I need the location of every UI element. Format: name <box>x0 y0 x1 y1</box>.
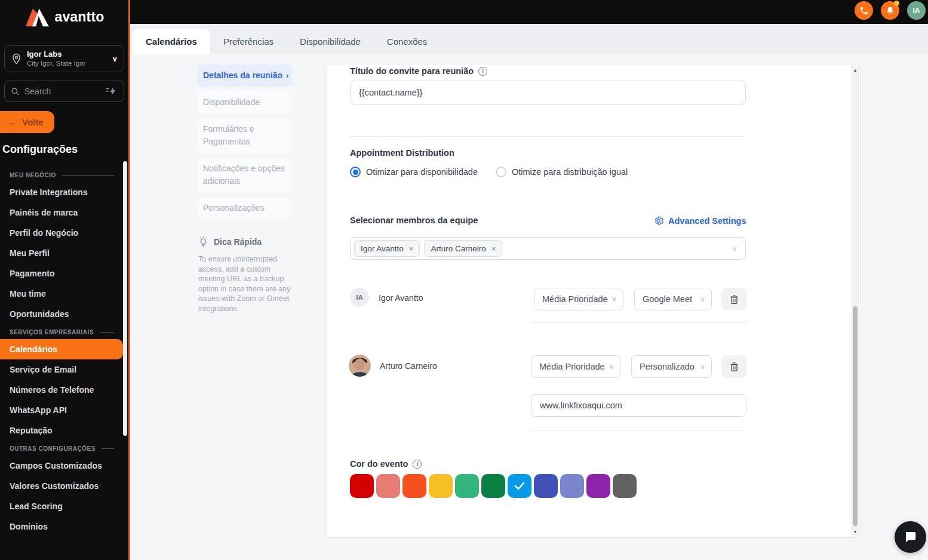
advanced-settings-link[interactable]: Advanced Settings <box>654 216 746 226</box>
distribution-label: Appointment Distribution <box>350 148 454 158</box>
chip-remove-icon[interactable]: × <box>491 244 496 253</box>
chevron-down-icon: ∨ <box>700 295 705 303</box>
check-icon <box>514 482 525 490</box>
member-avatar-photo <box>349 355 371 377</box>
phone-button[interactable] <box>855 1 873 20</box>
color-swatch[interactable] <box>613 474 637 498</box>
location-pin-icon <box>11 53 22 64</box>
sidebar-item-lead-scoring[interactable]: Lead Scoring <box>0 496 128 516</box>
members-multiselect[interactable]: Igor Avantto × Arturo Carneiro × ∨ <box>350 237 746 260</box>
back-arrow-icon: ← <box>8 117 18 128</box>
event-color-label: Cor do evento i <box>350 459 422 469</box>
subnav-item-detalhes-da-reuniao[interactable]: Detalhes da reunião › <box>197 64 292 87</box>
quick-actions-icon[interactable] <box>105 86 118 97</box>
color-swatch[interactable] <box>586 474 610 498</box>
sidebar-item-dominios[interactable]: Dominios <box>0 516 128 537</box>
delete-member-button-arturo[interactable] <box>721 355 746 378</box>
select-value: Google Meet <box>643 294 692 304</box>
scroll-down-icon[interactable]: ▼ <box>851 530 859 534</box>
meeting-location-select-igor[interactable]: Google Meet ∨ <box>634 288 712 310</box>
subnav-item-formularios-e-pagamentos[interactable]: Formulários e Pagamentos <box>197 118 292 153</box>
sidebar-item-perfil-do-negocio[interactable]: Perfil do Negócio <box>0 223 128 243</box>
meeting-location-select-arturo[interactable]: Personalizado ∨ <box>631 355 712 378</box>
color-swatch[interactable] <box>481 474 505 498</box>
member-chip-igor[interactable]: Igor Avantto × <box>354 240 420 257</box>
radio-label: Otimizar para disponibilidade <box>366 167 478 177</box>
tab-conexoes[interactable]: Conexões <box>374 29 441 54</box>
delete-member-button-igor[interactable] <box>721 288 746 310</box>
info-icon[interactable]: i <box>413 460 422 469</box>
section-rule <box>62 175 114 176</box>
scroll-up-icon[interactable]: ▲ <box>851 68 859 72</box>
sidebar-nav: MEU NEGÓCIO Private Integrations Painéis… <box>0 167 128 537</box>
event-color-palette <box>350 474 637 498</box>
subnav-item-personalizacoes[interactable]: Personalizações <box>197 197 292 219</box>
color-swatch[interactable] <box>429 474 453 498</box>
search-input[interactable] <box>24 87 96 96</box>
section-servicos-empresariais: SERVIÇOS EMPRESARIAIS <box>0 324 128 339</box>
sidebar-item-numeros-de-telefone[interactable]: Números de Telefone <box>0 380 128 400</box>
user-avatar[interactable]: IA <box>907 1 926 20</box>
tip-title: Dica Rápida <box>214 237 262 247</box>
custom-meeting-url-input[interactable] <box>531 394 746 417</box>
members-label: Selecionar membros da equipe <box>350 216 478 225</box>
radio-distribuicao-igual[interactable]: Otimize para distribuição igual <box>496 167 628 177</box>
notifications-button[interactable] <box>881 1 899 20</box>
tab-calendarios[interactable]: Calendários <box>133 29 210 54</box>
invite-title-label: Título do convite para reunião i <box>350 66 487 76</box>
color-swatch[interactable] <box>455 474 479 498</box>
sidebar-item-oportunidades[interactable]: Oportunidades <box>0 304 128 324</box>
section-meu-negocio: MEU NEGÓCIO <box>0 167 128 182</box>
location-detail: City Igor, State Igor <box>27 59 85 67</box>
sidebar-item-whatsapp-api[interactable]: WhatsApp API <box>0 400 128 420</box>
sidebar-item-servico-de-email[interactable]: Serviço de Email <box>0 359 128 380</box>
priority-select-igor[interactable]: Média Prioridade ∨ <box>534 288 623 310</box>
sidebar-item-meu-time[interactable]: Meu time <box>0 284 128 304</box>
color-swatch[interactable] <box>350 474 374 498</box>
color-swatch[interactable] <box>402 474 426 498</box>
back-button[interactable]: ← Volte <box>0 111 54 133</box>
sidebar-item-private-integrations[interactable]: Private Integrations <box>0 182 128 202</box>
location-switcher[interactable]: Igor Labs City Igor, State Igor ∨ <box>4 45 124 72</box>
subnav: Detalhes da reunião › Disponibilidade Fo… <box>197 64 292 219</box>
color-swatch[interactable] <box>376 474 400 498</box>
sidebar-item-valores-customizados[interactable]: Valores Customizados <box>0 476 128 496</box>
lightbulb-icon <box>198 236 208 248</box>
chevron-down-icon: ∨ <box>612 295 617 303</box>
member-chip-arturo[interactable]: Arturo Carneiro × <box>424 240 502 257</box>
sidebar-search[interactable] <box>4 81 124 102</box>
content-scrollbar[interactable]: ▲ ▼ <box>851 65 859 537</box>
chat-widget-button[interactable] <box>895 521 926 553</box>
member-avatar-initials: IA <box>350 288 369 307</box>
search-icon <box>11 87 20 96</box>
chip-remove-icon[interactable]: × <box>409 244 414 253</box>
sidebar-item-pagamento[interactable]: Pagamento <box>0 263 128 284</box>
phone-icon <box>859 6 869 16</box>
member-name: Igor Avantto <box>379 293 423 303</box>
radio-otimizar-disponibilidade[interactable]: Otimizar para disponibilidade <box>350 167 478 177</box>
color-swatch-selected[interactable] <box>508 474 531 498</box>
color-swatch[interactable] <box>534 474 558 498</box>
gear-icon <box>654 216 663 226</box>
bell-icon <box>886 6 895 16</box>
subnav-item-disponibilidade[interactable]: Disponibilidade <box>197 91 292 113</box>
subnav-item-notificacoes[interactable]: Notificações e opções adicionais <box>197 158 292 192</box>
sidebar-item-paineis-de-marca[interactable]: Painéis de marca <box>0 202 128 223</box>
tab-disponibilidade[interactable]: Disponibilidade <box>287 29 374 54</box>
divider <box>531 322 746 323</box>
info-icon[interactable]: i <box>478 67 487 76</box>
color-swatch[interactable] <box>560 474 584 498</box>
select-value: Personalizado <box>640 362 695 371</box>
sidebar-item-calendarios[interactable]: Calendários <box>0 339 123 359</box>
sidebar-item-meu-perfil[interactable]: Meu Perfil <box>0 243 128 263</box>
sidebar-scrollbar[interactable] <box>123 161 127 436</box>
tip-body: To ensure uninterrupted access, add a cu… <box>198 254 294 313</box>
scrollbar-thumb[interactable] <box>853 306 858 526</box>
chevron-down-icon[interactable]: ∨ <box>112 54 118 63</box>
priority-select-arturo[interactable]: Média Prioridade ∨ <box>531 355 620 378</box>
sidebar-item-campos-customizados[interactable]: Campos Customizados <box>0 456 128 476</box>
sidebar-item-reputacao[interactable]: Reputação <box>0 420 128 441</box>
tab-preferencias[interactable]: Preferências <box>210 29 287 54</box>
chevron-down-icon: ∨ <box>700 362 705 371</box>
invite-title-input[interactable] <box>350 81 746 104</box>
